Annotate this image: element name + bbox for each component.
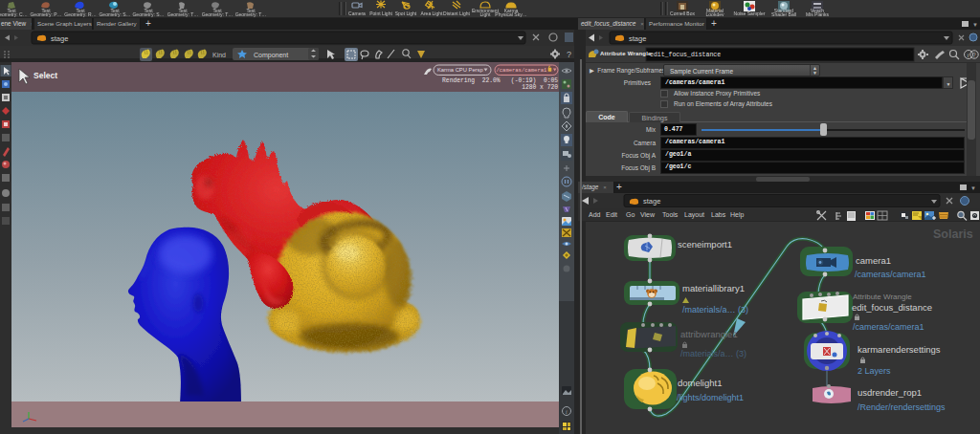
svg-text:i: i bbox=[566, 409, 568, 415]
svg-text:/cameras/camera1: /cameras/camera1 bbox=[497, 67, 548, 74]
svg-text:i: i bbox=[968, 52, 969, 59]
svg-text:?: ? bbox=[567, 50, 571, 59]
svg-text:Karma CPU Persp: Karma CPU Persp bbox=[437, 67, 483, 73]
svg-text:?: ? bbox=[972, 52, 976, 58]
